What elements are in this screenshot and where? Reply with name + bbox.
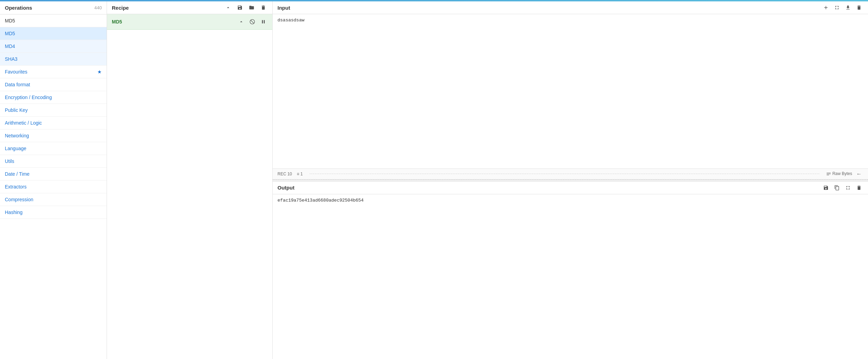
recipe-item-disable-button[interactable] [248, 18, 256, 25]
text-format-icon [826, 172, 831, 176]
output-expand-button[interactable] [844, 184, 852, 191]
input-header-actions [822, 4, 863, 11]
copy-icon [834, 185, 840, 191]
sidebar-item-md5-selected[interactable]: MD5 [0, 27, 107, 40]
sidebar-item-compression[interactable]: Compression [0, 193, 107, 206]
output-header: Output [273, 182, 868, 194]
output-save-button[interactable] [822, 184, 830, 191]
sidebar-item-arithmetic-logic[interactable]: Arithmetic / Logic [0, 117, 107, 129]
sidebar-item-encryption-encoding[interactable]: Encryption / Encoding [0, 91, 107, 104]
sidebar-item-language[interactable]: Language [0, 142, 107, 155]
sidebar-item-utils[interactable]: Utils [0, 155, 107, 168]
sidebar-item-sha3[interactable]: SHA3 [0, 53, 107, 66]
output-header-actions [822, 184, 863, 191]
output-copy-button[interactable] [833, 184, 841, 191]
pause-icon [261, 19, 266, 25]
output-panel: Output efac19a75e413ad6680ade [273, 182, 868, 359]
save-icon [823, 185, 829, 191]
recipe-header: Recipe [107, 1, 272, 14]
svg-line-1 [251, 20, 254, 23]
plus-icon [823, 5, 829, 10]
circle-slash-icon [250, 19, 255, 25]
recipe-collapse-button[interactable] [224, 4, 232, 11]
recipe-body: MD5 [107, 14, 272, 359]
input-text[interactable]: dsasasdsaw [273, 14, 868, 168]
sidebar-header: Operations 440 [0, 1, 107, 14]
output-text: efac19a75e413ad6680adec92504b654 [273, 194, 868, 359]
input-rec-count: 10 [287, 172, 292, 176]
io-area: Input dsasasdsaw [273, 1, 868, 359]
sidebar: Operations 440 MD5 MD5 MD4 SHA3 [0, 1, 107, 359]
load-icon [845, 5, 851, 10]
recipe-save-button[interactable] [236, 4, 244, 11]
folder-icon [249, 5, 254, 10]
recipe-delete-button[interactable] [259, 4, 267, 11]
sidebar-item-md4[interactable]: MD4 [0, 40, 107, 53]
sidebar-item-extractors[interactable]: Extractors [0, 181, 107, 193]
recipe-panel: Recipe MD5 [107, 1, 273, 359]
input-footer-divider [310, 174, 819, 174]
output-delete-button[interactable] [855, 184, 863, 191]
recipe-item-md5[interactable]: MD5 [107, 14, 272, 30]
input-format-label: Raw Bytes [826, 171, 852, 176]
chevron-up-icon [225, 5, 231, 10]
sidebar-item-md5-plain[interactable]: MD5 [0, 14, 107, 27]
recipe-header-actions [224, 4, 267, 11]
recipe-item-label: MD5 [112, 19, 122, 25]
sidebar-item-networking[interactable]: Networking [0, 129, 107, 142]
recipe-folder-button[interactable] [247, 4, 256, 11]
input-rec-label: REC 10 [277, 172, 292, 176]
sidebar-item-favourites[interactable]: Favourites ★ [0, 66, 107, 78]
recipe-item-actions [237, 18, 267, 25]
star-icon: ★ [97, 69, 102, 75]
sidebar-item-public-key[interactable]: Public Key [0, 104, 107, 117]
trash-icon [856, 5, 862, 10]
trash-icon [856, 185, 862, 191]
sidebar-title: Operations [5, 5, 32, 11]
input-swap-button[interactable]: ← [855, 170, 863, 178]
recipe-title: Recipe [112, 5, 129, 11]
output-title: Output [277, 185, 294, 191]
save-icon [237, 5, 243, 10]
input-delete-button[interactable] [855, 4, 863, 11]
sidebar-item-hashing[interactable]: Hashing [0, 206, 107, 219]
input-lines: ≡ 1 [297, 172, 303, 176]
recipe-item-collapse-button[interactable] [237, 18, 245, 25]
sidebar-item-data-format[interactable]: Data format [0, 78, 107, 91]
input-add-button[interactable] [822, 4, 830, 11]
sidebar-item-date-time[interactable]: Date / Time [0, 168, 107, 181]
input-panel: Input dsasasdsaw [273, 1, 868, 180]
input-footer: REC 10 ≡ 1 Raw Bytes ← [273, 168, 868, 179]
trash-icon [261, 5, 266, 10]
sidebar-list: MD5 MD5 MD4 SHA3 Favourites ★ [0, 14, 107, 359]
input-title: Input [277, 5, 290, 11]
main-layout: Operations 440 MD5 MD5 MD4 SHA3 [0, 1, 868, 359]
input-load-button[interactable] [844, 4, 852, 11]
input-header: Input [273, 1, 868, 14]
input-expand-button[interactable] [833, 4, 841, 11]
sidebar-count: 440 [94, 5, 102, 10]
expand-icon [845, 185, 851, 191]
recipe-item-pause-button[interactable] [259, 18, 267, 25]
expand-icon [834, 5, 840, 10]
input-rec: REC [277, 172, 286, 176]
chevron-up-icon [238, 19, 244, 25]
